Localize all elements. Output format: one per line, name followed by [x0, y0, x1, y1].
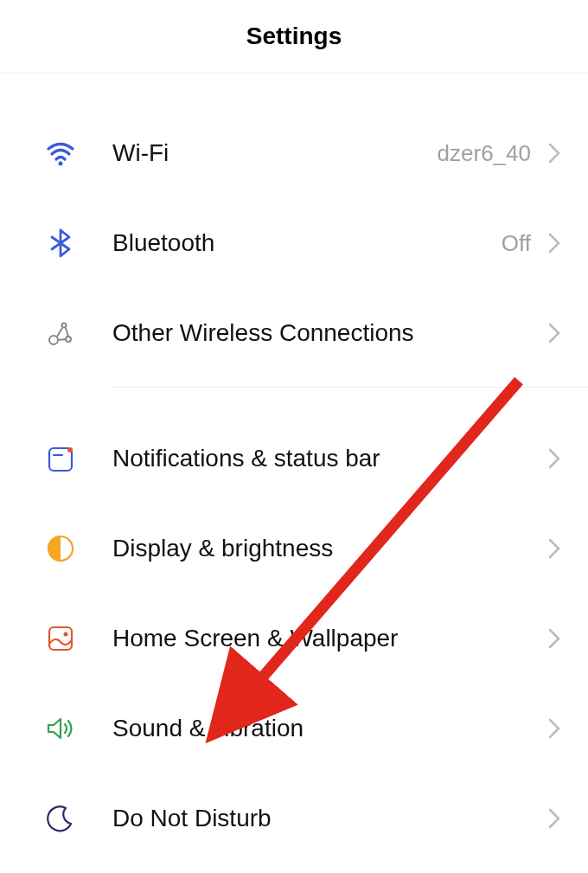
- wifi-icon: [43, 136, 78, 170]
- settings-item-label: Sound & vibration: [112, 715, 546, 742]
- svg-point-9: [64, 632, 68, 637]
- settings-item-notifications[interactable]: Notifications & status bar: [0, 414, 588, 504]
- chevron-right-icon: [546, 716, 562, 741]
- settings-item-other-wireless[interactable]: Other Wireless Connections: [0, 288, 588, 378]
- settings-item-label: Wi-Fi: [112, 139, 438, 167]
- settings-item-label: Bluetooth: [112, 229, 502, 257]
- chevron-right-icon: [546, 536, 562, 561]
- settings-item-value: Off: [502, 230, 531, 257]
- svg-point-3: [62, 324, 67, 328]
- settings-item-label: Do Not Disturb: [112, 805, 546, 832]
- chevron-right-icon: [546, 321, 562, 345]
- settings-item-dnd[interactable]: Do Not Disturb: [0, 774, 588, 863]
- header: Settings: [0, 0, 588, 74]
- svg-point-0: [59, 162, 63, 166]
- settings-item-value: dzer6_40: [438, 140, 531, 167]
- chevron-right-icon: [546, 141, 562, 165]
- settings-item-label: Home Screen & Wallpaper: [112, 625, 546, 652]
- settings-item-display[interactable]: Display & brightness: [0, 504, 588, 594]
- page-title: Settings: [246, 22, 342, 50]
- svg-point-1: [49, 336, 58, 344]
- notification-icon: [43, 441, 78, 476]
- wireless-icon: [43, 316, 78, 350]
- settings-item-wifi[interactable]: Wi-Fi dzer6_40: [0, 108, 588, 198]
- chevron-right-icon: [546, 806, 562, 831]
- chevron-right-icon: [546, 446, 562, 471]
- wallpaper-icon: [43, 621, 78, 656]
- settings-item-label: Display & brightness: [112, 535, 546, 562]
- sound-icon: [43, 711, 78, 746]
- svg-point-6: [67, 447, 73, 453]
- chevron-right-icon: [546, 231, 562, 255]
- chevron-right-icon: [546, 626, 562, 651]
- settings-list: Wi-Fi dzer6_40 Bluetooth Off Other Wirel…: [0, 74, 588, 863]
- svg-rect-8: [49, 627, 72, 650]
- settings-item-label: Other Wireless Connections: [112, 319, 546, 347]
- bluetooth-icon: [43, 226, 78, 260]
- moon-icon: [43, 801, 78, 836]
- svg-point-2: [66, 337, 71, 342]
- settings-item-bluetooth[interactable]: Bluetooth Off: [0, 198, 588, 288]
- settings-item-label: Notifications & status bar: [112, 445, 546, 472]
- divider: [112, 387, 588, 388]
- settings-item-sound[interactable]: Sound & vibration: [0, 684, 588, 774]
- settings-item-home-screen[interactable]: Home Screen & Wallpaper: [0, 594, 588, 684]
- display-icon: [43, 531, 78, 566]
